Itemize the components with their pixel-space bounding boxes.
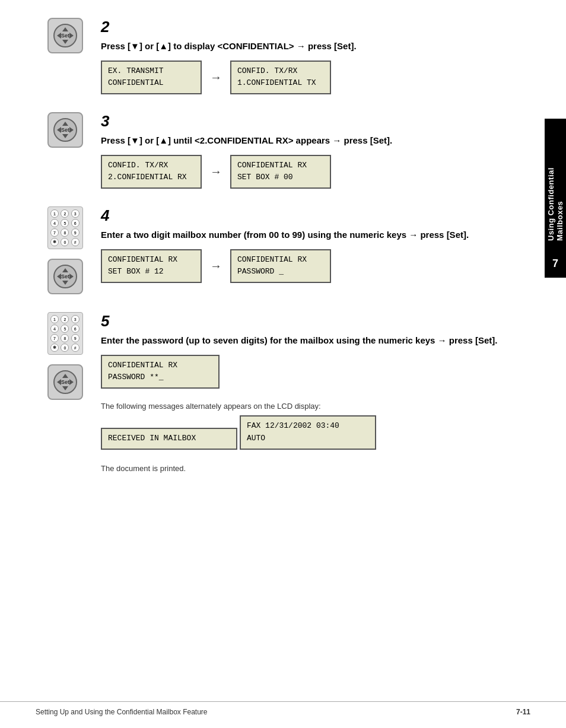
step-4-lcd-right-line2: PASSWORD _ (237, 266, 324, 278)
arrow-down-icon-5 (62, 386, 68, 390)
step-4-lcd-right-line1: CONFIDENTIAL RX (237, 254, 324, 266)
key-star-5: ✱ (50, 344, 59, 352)
step-2-lcd-left-line2: CONFIDENTIAL (108, 77, 195, 90)
step-2-row: Set 2 Press [▼] or [▲] to display <CONFI… (36, 18, 530, 94)
arrow-symbol-step3: → (210, 165, 222, 179)
step-3-text: Press [▼] or [▲] until <2.CONFIDENTIAL R… (101, 134, 530, 148)
key-hash: # (71, 238, 80, 246)
key-hash-5: # (71, 344, 80, 352)
key-7: 7 (50, 228, 59, 237)
footer: Setting Up and Using the Confidential Ma… (0, 701, 566, 716)
key-8-5: 8 (61, 334, 69, 342)
key-9: 9 (71, 228, 80, 237)
sidebar-tab: Using Confidential Mailboxes (545, 119, 566, 249)
key-1-5: 1 (50, 315, 59, 323)
key-3-5: 3 (71, 315, 80, 323)
step-4-row: 1 2 3 4 5 6 7 8 9 ✱ 0 # Set (36, 206, 530, 294)
step-3-lcd-right-line1: CONFIDENTIAL RX (237, 160, 324, 172)
step-2-number: 2 (101, 18, 530, 36)
arrow-right-icon-3 (69, 127, 74, 133)
step-4-lcd-right: CONFIDENTIAL RX PASSWORD _ (230, 249, 331, 284)
step-3-row: Set 3 Press [▼] or [▲] until <2.CONFIDEN… (36, 112, 530, 189)
set-label-5: Set (61, 379, 69, 385)
arrow-left-icon-3 (57, 127, 61, 133)
step-5-lcd1: RECEIVED IN MAILBOX (101, 428, 237, 450)
arrow-up-icon-3 (62, 122, 68, 126)
step-2-lcd-left: EX. TRANSMIT CONFIDENTIAL (101, 61, 202, 95)
numpad-step5: 1 2 3 4 5 6 7 8 9 ✱ 0 # (47, 312, 83, 355)
step-4-lcd-left: CONFIDENTIAL RX SET BOX # 12 (101, 249, 202, 284)
set-button-step2: Set (47, 18, 83, 53)
key-6-5: 6 (71, 325, 80, 333)
arrow-up-icon (62, 27, 68, 31)
arrow-right-icon-4 (69, 274, 74, 279)
step-5-end-text: The document is printed. (101, 464, 530, 473)
step-4-lcd-left-line2: SET BOX # 12 (108, 266, 195, 278)
step-5-row: 1 2 3 4 5 6 7 8 9 ✱ 0 # Set (36, 312, 530, 478)
step-3-content: 3 Press [▼] or [▲] until <2.CONFIDENTIAL… (95, 112, 530, 189)
arrow-up-icon-5 (62, 374, 68, 378)
arrow-symbol-step2: → (210, 71, 222, 84)
key-5: 5 (61, 219, 69, 227)
step-2-lcd-left-line1: EX. TRANSMIT (108, 65, 195, 78)
step-4-lcd-left-line1: CONFIDENTIAL RX (108, 254, 195, 266)
step-4-text: Enter a two digit mailbox number (from 0… (101, 228, 530, 242)
sidebar-label: Using Confidential Mailboxes (546, 127, 564, 241)
key-4-5: 4 (50, 325, 59, 333)
step-2-content: 2 Press [▼] or [▲] to display <CONFIDENT… (95, 18, 530, 94)
step-2-lcd-right-line1: CONFID. TX/RX (237, 65, 324, 78)
key-3: 3 (71, 209, 80, 218)
set-button-inner-step2: Set (53, 24, 77, 47)
key-0-5: 0 (61, 344, 69, 352)
arrow-right-icon (69, 33, 74, 39)
step-2-display-row: EX. TRANSMIT CONFIDENTIAL → CONFID. TX/R… (101, 61, 530, 95)
step-5-text: Enter the password (up to seven digits) … (101, 334, 530, 348)
step-4-display-row: CONFIDENTIAL RX SET BOX # 12 → CONFIDENT… (101, 249, 530, 284)
step-5-lcd2-line1: FAX 12/31/2002 03:40 (247, 420, 369, 433)
footer-page-number: 7-11 (516, 708, 530, 716)
step-4-icon-col: 1 2 3 4 5 6 7 8 9 ✱ 0 # Set (36, 206, 95, 294)
step-5-lcd-line1: CONFIDENTIAL RX (108, 360, 212, 372)
step-5-number: 5 (101, 312, 530, 330)
step-3-lcd-right-line2: SET BOX # 00 (237, 171, 324, 184)
step-5-single-lcd: CONFIDENTIAL RX PASSWORD **_ (101, 355, 220, 389)
page-number: 7 (552, 257, 558, 270)
set-button-step4: Set (47, 259, 83, 294)
arrow-down-icon (62, 40, 68, 44)
set-label-3: Set (61, 127, 69, 133)
set-button-step5: Set (47, 364, 83, 400)
arrow-down-icon-3 (62, 134, 68, 138)
page-container: Using Confidential Mailboxes 7 Set 2 Pre… (0, 0, 566, 728)
step-3-icon-col: Set (36, 112, 95, 148)
step-2-text: Press [▼] or [▲] to display <CONFIDENTIA… (101, 40, 530, 53)
step-3-lcd-left-line2: 2.CONFIDENTIAL RX (108, 171, 195, 184)
step-3-lcd-left: CONFID. TX/RX 2.CONFIDENTIAL RX (101, 155, 202, 189)
set-button-step3: Set (47, 112, 83, 148)
step-3-display-row: CONFID. TX/RX 2.CONFIDENTIAL RX → CONFID… (101, 155, 530, 189)
arrow-symbol-step4: → (210, 259, 222, 273)
step-5-lcd2: FAX 12/31/2002 03:40 AUTO (240, 415, 376, 450)
step-5-icon-col: 1 2 3 4 5 6 7 8 9 ✱ 0 # Set (36, 312, 95, 400)
step-5-lcd-line2: PASSWORD **_ (108, 371, 212, 384)
step-5-lcd2-line2: AUTO (247, 433, 369, 445)
set-button-inner-step5: Set (53, 370, 77, 394)
arrow-left-icon-5 (57, 379, 61, 385)
step-5-lcd1-line1: RECEIVED IN MAILBOX (108, 433, 230, 445)
step-5-info-text: The following messages alternately appea… (101, 402, 530, 411)
key-star: ✱ (50, 238, 59, 246)
arrow-right-icon-5 (69, 379, 74, 385)
step-4-content: 4 Enter a two digit mailbox number (from… (95, 206, 530, 283)
set-button-inner-step4: Set (53, 265, 77, 288)
step-2-lcd-right: CONFID. TX/RX 1.CONFIDENTIAL TX (230, 61, 331, 95)
step-5-content: 5 Enter the password (up to seven digits… (95, 312, 530, 478)
numpad-step4: 1 2 3 4 5 6 7 8 9 ✱ 0 # (47, 206, 83, 249)
footer-left-text: Setting Up and Using the Confidential Ma… (36, 708, 208, 716)
set-label: Set (61, 33, 69, 39)
step-2-lcd-right-line2: 1.CONFIDENTIAL TX (237, 77, 324, 90)
set-label-4: Set (61, 274, 69, 279)
step-3-lcd-right: CONFIDENTIAL RX SET BOX # 00 (230, 155, 331, 189)
step-2-icon-col: Set (36, 18, 95, 53)
key-7-5: 7 (50, 334, 59, 342)
key-0: 0 (61, 238, 69, 246)
key-2: 2 (61, 209, 69, 218)
